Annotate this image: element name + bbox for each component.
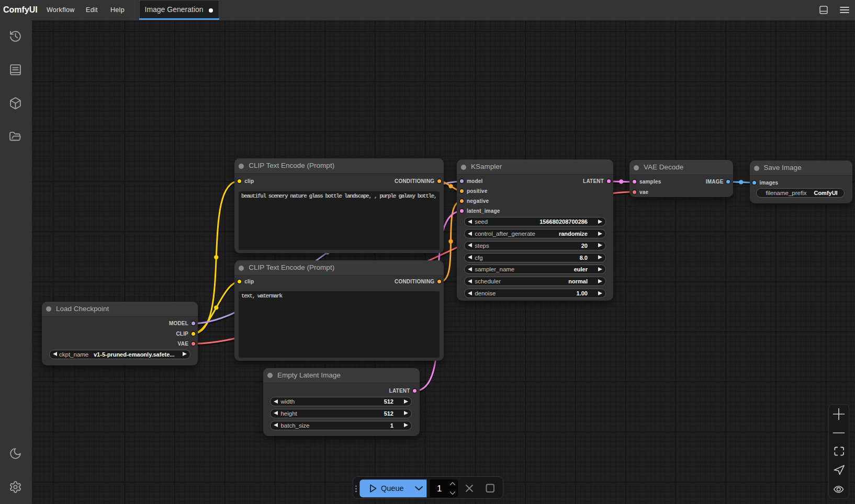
- svg-text:1: 1: [437, 484, 442, 494]
- svg-text:Queue: Queue: [381, 484, 403, 492]
